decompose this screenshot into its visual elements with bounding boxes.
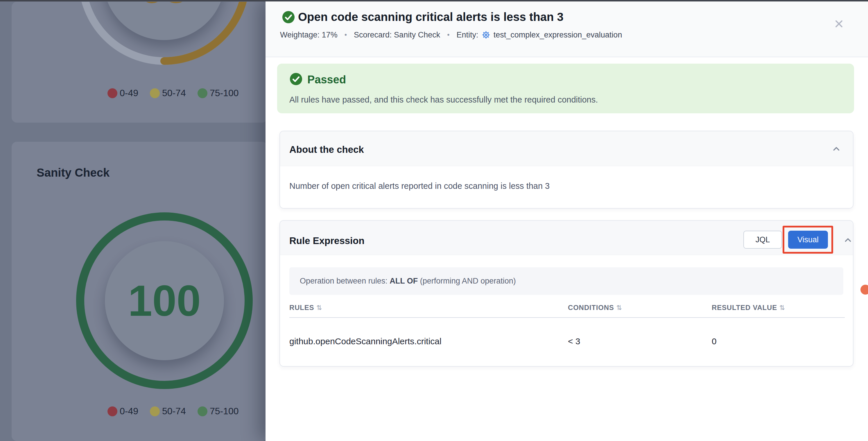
operation-suffix: (performing AND operation)	[420, 277, 516, 285]
gauge-arc-top	[11, 2, 267, 123]
legend-dot-green	[197, 406, 208, 416]
legend-item: 0-49	[107, 88, 138, 98]
column-header-rules: RULES ⇅	[289, 304, 322, 312]
column-header-label: CONDITIONS	[568, 304, 614, 312]
scorecard-value: Scorecard: Sanity Check	[354, 31, 440, 39]
legend-label: 50-74	[162, 406, 186, 417]
column-header-label: RULES	[289, 304, 314, 312]
operation-prefix: Operation between rules:	[300, 277, 388, 285]
dimmed-dashboard-overlay[interactable]: 65 0-49 50-74 75-100 Sanity Check	[0, 0, 266, 441]
gauge-legend: 0-49 50-74 75-100	[107, 406, 239, 417]
check-passed-icon	[282, 10, 295, 24]
separator-dot: •	[447, 31, 450, 39]
window-top-edge	[0, 0, 868, 1]
legend-label: 75-100	[210, 406, 239, 417]
gauge-score-clipped: 65	[103, 2, 225, 6]
gauge-legend: 0-49 50-74 75-100	[107, 88, 239, 98]
operation-text: Operation between rules: ALL OF (perform…	[300, 277, 516, 286]
legend-item: 0-49	[107, 406, 138, 417]
check-passed-icon	[289, 72, 303, 86]
separator-dot: •	[344, 31, 347, 39]
legend-dot-red	[107, 88, 117, 98]
sort-icon[interactable]: ⇅	[316, 304, 322, 311]
legend-dot-yellow	[150, 406, 160, 416]
about-check-header[interactable]: About the check	[280, 131, 853, 166]
chevron-up-icon[interactable]	[843, 235, 853, 245]
status-banner-title: Passed	[307, 73, 346, 86]
modal-title: Open code scanning critical alerts is le…	[298, 10, 564, 24]
page: 65 0-49 50-74 75-100 Sanity Check	[0, 0, 868, 441]
modal-meta-row: Weightage: 17% • Scorecard: Sanity Check…	[280, 30, 622, 39]
legend-label: 50-74	[162, 88, 186, 98]
weightage-value: Weightage: 17%	[280, 31, 338, 39]
operation-value: ALL OF	[390, 277, 418, 285]
entity-name: test_complex_expression_evaluation	[494, 31, 622, 39]
rule-expression-title: Rule Expression	[289, 235, 365, 246]
scorecard-gauge-card-sanity: Sanity Check 100 0-49 50-74 75-100	[11, 142, 267, 441]
column-header-conditions: CONDITIONS ⇅	[568, 304, 622, 312]
legend-item: 75-100	[197, 88, 239, 98]
close-button[interactable]	[831, 16, 846, 31]
about-check-card: About the check Number of open critical …	[279, 131, 854, 209]
sort-icon[interactable]: ⇅	[779, 304, 785, 311]
about-check-body: Number of open critical alerts reported …	[289, 181, 550, 191]
about-check-title: About the check	[289, 144, 364, 155]
close-icon	[833, 18, 845, 30]
gauge-score-value: 100	[105, 241, 224, 360]
legend-item: 50-74	[150, 88, 186, 98]
legend-item: 75-100	[197, 406, 239, 417]
gear-icon	[482, 30, 491, 39]
visual-toggle-button[interactable]: Visual	[788, 231, 828, 249]
modal-header: Open code scanning critical alerts is le…	[266, 0, 868, 57]
operation-info-bar: Operation between rules: ALL OF (perform…	[289, 267, 843, 295]
column-header-label: RESULTED VALUE	[712, 304, 777, 312]
rule-expression-header: Rule Expression JQL Visual	[280, 221, 853, 255]
rule-expression-card: Rule Expression JQL Visual Operation bet…	[279, 220, 854, 367]
scorecard-gauge-card-top: 65 0-49 50-74 75-100	[11, 2, 267, 123]
table-divider	[289, 317, 845, 318]
chevron-up-icon[interactable]	[831, 144, 841, 154]
column-header-resulted-value: RESULTED VALUE ⇅	[712, 304, 785, 312]
table-cell-resulted-value: 0	[712, 337, 717, 346]
entity-label: Entity:	[457, 31, 478, 39]
table-cell-rule: github.openCodeScanningAlerts.critical	[289, 337, 441, 346]
legend-dot-red	[107, 406, 117, 416]
status-banner-description: All rules have passed, and this check ha…	[289, 95, 598, 104]
sort-icon[interactable]: ⇅	[616, 304, 622, 311]
gauge-score-value: 65	[103, 2, 225, 6]
gauge-value-arc	[164, 2, 246, 61]
legend-label: 75-100	[210, 88, 239, 98]
legend-label: 0-49	[120, 406, 138, 417]
legend-dot-yellow	[150, 88, 160, 98]
check-details-modal: Open code scanning critical alerts is le…	[266, 0, 868, 441]
legend-item: 50-74	[150, 406, 186, 417]
status-banner: Passed All rules have passed, and this c…	[277, 64, 854, 113]
table-cell-condition: < 3	[568, 337, 581, 346]
jql-toggle-button[interactable]: JQL	[743, 231, 782, 249]
floating-widget-button[interactable]	[861, 285, 868, 294]
legend-dot-green	[197, 88, 208, 98]
gauge-track-circle	[82, 2, 246, 61]
entity-wrap: Entity:	[457, 30, 622, 39]
legend-label: 0-49	[120, 88, 138, 98]
